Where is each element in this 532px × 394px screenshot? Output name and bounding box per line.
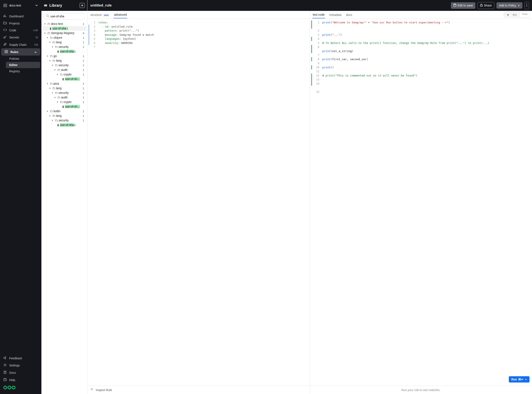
- tree-folder[interactable]: ▾🗀kotlin1: [42, 109, 86, 114]
- nav-code[interactable]: Code 5.9K: [0, 27, 41, 34]
- file-icon: ▮: [62, 77, 64, 81]
- tree-folder[interactable]: ▾🗀lang1: [42, 58, 86, 63]
- file-icon: ▮: [50, 27, 52, 30]
- tree-file[interactable]: ▮use-of-sh...: [42, 104, 86, 109]
- main-area: untitled_rule Edit to save Share Add to …: [87, 0, 532, 394]
- nav-rules[interactable]: Rules: [1, 48, 40, 56]
- code-icon: [3, 28, 7, 32]
- test-tabs: test code metadata docs ◆Pro Turbo: [310, 11, 532, 19]
- folder-icon: 🗀: [60, 100, 63, 104]
- toggle-pro[interactable]: ◆Pro: [504, 12, 520, 17]
- tab-docs[interactable]: docs: [346, 11, 353, 18]
- new-rule-button[interactable]: [80, 3, 85, 8]
- nav-projects[interactable]: Projects: [0, 20, 41, 27]
- megaphone-icon: [3, 356, 7, 360]
- library-panel: Library ▾🗀docs-test1 ▮use-of-sha1 ▾🗀Semg…: [41, 0, 87, 394]
- rule-editor[interactable]: 1234567 rules: - id: untitled_rule patte…: [87, 19, 310, 386]
- rule-tabs: structureNEW advanced: [87, 11, 310, 19]
- svg-rect-10: [454, 4, 455, 5]
- tab-metadata[interactable]: metadata: [329, 11, 342, 18]
- tree-folder[interactable]: ▾🗀lang1: [42, 40, 86, 45]
- svg-point-8: [47, 15, 48, 17]
- test-pane: test code metadata docs ◆Pro Turbo 1 234…: [310, 11, 532, 394]
- supply-count: 235: [34, 43, 38, 46]
- folder-icon: [3, 21, 7, 25]
- rule-code[interactable]: rules: - id: untitled_rule pattern: prin…: [98, 19, 310, 386]
- nav-policies[interactable]: Policies: [6, 56, 41, 62]
- more-actions-button[interactable]: [524, 2, 529, 9]
- lock-icon: [480, 4, 483, 7]
- tree-folder[interactable]: ▾🗀crypto1: [42, 100, 86, 104]
- nav-registry[interactable]: Registry: [6, 68, 41, 74]
- folder-icon: 🗀: [47, 22, 50, 26]
- svg-point-2: [5, 364, 5, 365]
- rule-title: untitled_rule: [90, 3, 449, 8]
- tree-folder[interactable]: ▾🗀audit1: [42, 67, 86, 72]
- file-icon: ▮: [57, 123, 59, 127]
- tree-folder[interactable]: ▾🗀audit1: [42, 95, 86, 100]
- nav-help[interactable]: ? Help: [0, 376, 41, 384]
- tree-folder[interactable]: ▾🗀clojure1: [42, 35, 86, 40]
- org-switcher[interactable]: docs-test: [0, 0, 41, 11]
- search-input-wrap[interactable]: [43, 13, 85, 19]
- tab-advanced[interactable]: advanced: [114, 11, 127, 18]
- tree-file[interactable]: ▮use-of-sha1: [42, 49, 86, 54]
- inspect-bar[interactable]: Inspect Rule: [87, 386, 310, 394]
- tab-test-code[interactable]: test code: [312, 11, 325, 18]
- tree-folder[interactable]: ▾🗀go1: [42, 54, 86, 58]
- svg-rect-6: [44, 4, 47, 5]
- tree-file[interactable]: ▮use-of-sha1: [42, 26, 86, 31]
- tree-folder[interactable]: ▾🗀security1: [42, 90, 86, 95]
- nav-feedback[interactable]: Feedback: [0, 355, 41, 362]
- tree-folder[interactable]: ▾🗀lang1: [42, 86, 86, 90]
- tree-folder[interactable]: ▾🗀lang1: [42, 114, 86, 118]
- rule-pane: structureNEW advanced 1234567 rules: - i…: [87, 11, 310, 394]
- chevron-down-icon: [34, 50, 37, 54]
- caret-down-icon: ▼: [518, 4, 520, 7]
- tree-folder[interactable]: ▾🗀security1: [42, 45, 86, 49]
- test-code[interactable]: print("Welcome to Semgrep!" + "Use our R…: [322, 19, 532, 386]
- file-icon: ▮: [62, 105, 64, 108]
- tree-folder[interactable]: ▾🗀crypto1: [42, 72, 86, 77]
- share-button[interactable]: Share: [477, 2, 494, 9]
- nav-supply-chain[interactable]: Supply Chain 235: [0, 41, 41, 48]
- tree-file[interactable]: ▮use-of-sha1: [42, 123, 86, 127]
- folder-icon: 🗀: [57, 96, 60, 99]
- library-icon: [44, 4, 47, 7]
- tab-structure[interactable]: structureNEW: [90, 11, 110, 18]
- tree-file[interactable]: ▮use-of-sh...: [42, 77, 86, 81]
- nav-settings[interactable]: Settings: [0, 362, 41, 369]
- svg-point-13: [527, 5, 527, 5]
- toggle-turbo[interactable]: Turbo: [520, 12, 529, 17]
- folder-icon: 🗀: [52, 59, 55, 62]
- folder-icon: 🗀: [52, 87, 55, 90]
- folder-icon: 🗀: [52, 114, 55, 117]
- folder-icon: 🗀: [52, 41, 55, 44]
- library-header: Library: [41, 0, 87, 11]
- nav-editor[interactable]: Editor: [6, 62, 40, 68]
- book-icon: [3, 371, 7, 375]
- engine-toggle[interactable]: ◆Pro Turbo: [504, 12, 529, 18]
- line-gutter: 1 23456 7891011121314 15: [314, 19, 322, 386]
- save-icon: [453, 4, 456, 7]
- nav-dashboard[interactable]: Dashboard: [0, 13, 41, 20]
- tree-folder[interactable]: ▾🗀java1: [42, 81, 86, 86]
- folder-icon: 🗀: [50, 109, 53, 113]
- folder-icon: 🗀: [55, 45, 58, 48]
- expand-icon: [90, 388, 93, 392]
- caret-down-icon: ▼: [525, 378, 527, 381]
- nav-secrets[interactable]: Secrets 32: [0, 34, 41, 41]
- inspect-label: Inspect Rule: [96, 388, 112, 392]
- svg-text:?: ?: [4, 378, 6, 381]
- test-editor[interactable]: 1 23456 7891011121314 15 print("Welcome …: [310, 19, 532, 386]
- nav-docs[interactable]: Docs: [0, 369, 41, 376]
- secrets-count: 32: [36, 36, 38, 39]
- tree-folder[interactable]: ▾🗀security1: [42, 118, 86, 123]
- edit-to-save-button[interactable]: Edit to save: [451, 2, 475, 9]
- tree-folder[interactable]: ▾🗀Semgrep Registry4: [42, 31, 86, 35]
- add-to-policy-button[interactable]: Add to Policy ▼: [496, 2, 522, 9]
- run-button[interactable]: Run ⌘↵ ▼: [509, 376, 529, 383]
- tree-folder[interactable]: ▾🗀docs-test1: [42, 21, 86, 26]
- tree-folder[interactable]: ▾🗀security1: [42, 63, 86, 67]
- search-input[interactable]: [50, 15, 87, 18]
